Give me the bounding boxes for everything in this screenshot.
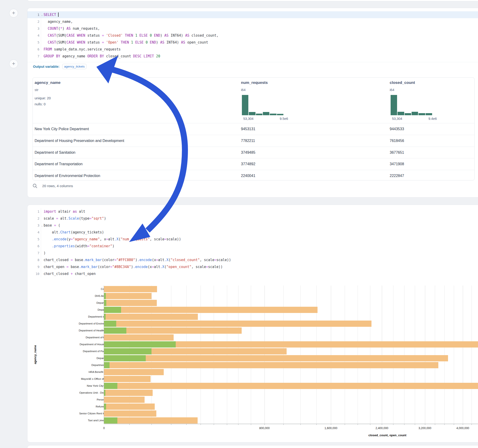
code-line[interactable]: 5 CAST(SUM(CASE WHEN status = 'Open' THE… [27,39,478,46]
bar-open-count [104,293,106,299]
search-icon[interactable] [32,183,38,188]
y-axis-tick [103,400,104,400]
python-cell-card: 1import altair as alt2scale = alt.Scale(… [27,205,478,442]
code-line[interactable]: 4 CAST(SUM(CASE WHEN status = 'Closed' T… [27,32,478,39]
y-axis-tick [103,296,104,296]
x-axis-tick [316,424,317,425]
code-text: chart_closed + chart_open [41,270,478,277]
code-line[interactable]: 1⌄SELECT [27,11,478,18]
x-axis-tick [425,424,425,425]
line-number: 8 [27,256,41,263]
table-row[interactable]: New York City Police Department945313194… [33,123,474,135]
code-line[interactable]: 3⌄base = ( [27,222,478,229]
code-line[interactable]: 1import altair as alt [27,208,478,215]
column-dtype: i64 [241,88,245,92]
line-number: 3⌄ [27,222,41,229]
histogram-min-label: 53,304 [243,117,253,120]
code-text: .properties(width="container") [41,243,478,249]
bar-closed-count [104,369,164,375]
column-histogram [391,95,432,115]
output-variable-input[interactable]: agency_tickets [62,64,87,69]
gridline [393,286,393,424]
y-axis-tick [103,303,104,303]
gridline [331,286,331,424]
bar-open-count [104,417,117,423]
histogram-bin [391,95,397,115]
gridline [238,286,239,424]
gridline [129,286,130,424]
y-axis-tick [103,289,104,289]
y-axis-tick [103,413,104,414]
code-line[interactable]: 4 alt.Chart(agency_tickets) [27,229,478,236]
code-line[interactable]: 7GROUP BY agency_name ORDER BY closed_co… [27,53,478,60]
column-dtype: i64 [390,88,394,92]
gridline [186,286,187,424]
y-axis-tick [103,386,104,386]
histogram-bin [397,112,404,115]
add-cell-button[interactable]: + [9,9,18,18]
code-text: chart_closed = base.mark_bar(color="#FFC… [41,256,478,263]
histogram-bin [256,114,262,115]
code-line[interactable]: 5 .encode(y="agency_name", x=alt.X("num_… [27,236,478,243]
histogram-bin [412,112,418,115]
gridline [444,286,445,424]
column-stat-unique: unique: 20 [35,96,51,100]
add-cell-button[interactable]: + [9,59,18,68]
code-line[interactable]: 9chart_open = base.mark_bar(color="#8BC3… [27,263,478,270]
line-number: 1⌄ [27,11,41,18]
gridline [171,286,171,424]
bar-closed-count [104,417,198,423]
x-axis-tick [393,424,393,425]
code-line[interactable]: 7) [27,249,478,256]
code-line[interactable]: 6FROM sample_data.nyc.service_requests [27,46,478,53]
code-line[interactable]: 2 agency_name, [27,18,478,25]
table-row[interactable]: Department of Housing Preservation and D… [33,135,474,147]
python-code-editor[interactable]: 1import altair as alt2scale = alt.Scale(… [27,205,478,277]
y-axis-tick [103,406,104,407]
table-row[interactable]: Department of Environmental Protection22… [33,170,474,180]
fold-chevron-icon[interactable]: ⌄ [41,222,43,229]
gridline [404,286,404,424]
code-text: GROUP BY agency_name ORDER BY closed_cou… [41,53,478,60]
code-line[interactable]: 10chart_closed + chart_open [27,270,478,277]
histogram-bin [242,95,248,115]
code-text: FROM sample_data.nyc.service_requests [41,46,478,53]
code-line[interactable]: 3 COUNT(*) AS num_requests, [27,25,478,32]
column-header-closed-count[interactable]: closed_count i64 53,304 9.4e6 [390,78,473,123]
y-axis-tick [103,337,104,338]
column-header-agency-name[interactable]: agency_name str unique: 20 nulls: 0 [35,78,238,123]
column-dtype: str [35,88,38,92]
gridline [316,286,317,424]
bar-open-count [104,300,106,306]
table-row[interactable]: Department of Sanitation37494853677651 [33,147,474,158]
histogram-max-label: 9.5e6 [280,117,288,120]
column-name: closed_count [390,81,415,85]
line-number: 3 [27,25,41,32]
histogram-max-label: 9.4e6 [428,117,437,120]
bar-open-count [104,404,106,410]
bar-open-count [104,383,117,389]
bar-closed-count [104,314,198,320]
x-axis-tick [129,424,130,425]
x-axis-tick [238,424,239,425]
bar-open-count [104,362,110,368]
code-text: chart_open = base.mark_bar(color="#8BC34… [41,263,478,270]
fold-chevron-icon[interactable]: ⌄ [41,12,43,19]
column-histogram [242,95,283,115]
column-header-num-requests[interactable]: num_requests i64 53,304 9.5e6 [241,78,384,123]
code-line[interactable]: 8chart_closed = base.mark_bar(color="#FF… [27,256,478,263]
code-text: COUNT(*) AS num_requests, [41,25,478,32]
code-line[interactable]: 2scale = alt.Scale(type="sqrt") [27,215,478,222]
y-axis-tick [103,317,104,317]
text-caret [58,12,59,17]
table-row[interactable]: Department of Transportation377489234719… [33,158,474,170]
gridline [201,286,201,424]
bar-closed-count [104,286,157,292]
bar-open-count [104,390,105,396]
line-number: 4 [27,32,41,39]
sql-code-editor[interactable]: 1⌄SELECT 2 agency_name,3 COUNT(*) AS num… [27,8,478,60]
gridline [454,286,454,424]
gridline [264,286,265,424]
bar-closed-count [104,362,438,368]
code-line[interactable]: 6 .properties(width="container") [27,243,478,249]
